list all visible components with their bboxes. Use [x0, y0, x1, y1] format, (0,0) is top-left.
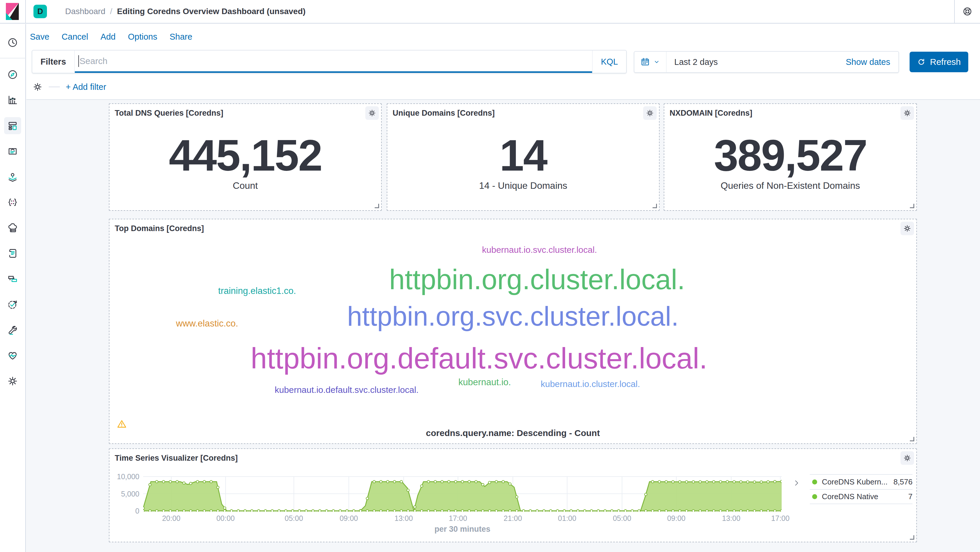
panel-unique-domains[interactable]: Unique Domains [Coredns] 14 14 - Unique …: [387, 103, 660, 211]
sidebar-item-management[interactable]: [4, 373, 21, 389]
query-bar: Filters KQL: [32, 50, 627, 73]
warning-triangle-icon[interactable]: [116, 419, 127, 429]
add-button[interactable]: Add: [100, 32, 116, 42]
sidebar-item-recently-viewed[interactable]: [4, 34, 21, 51]
life-ring-icon: [962, 6, 973, 17]
nav-divider: [26, 99, 980, 100]
area-chart: [143, 476, 782, 512]
calendar-icon: [640, 57, 650, 67]
tag-cloud-word[interactable]: httpbin.org.svc.cluster.local.: [347, 303, 679, 330]
x-axis-tick-label: 01:00: [558, 514, 577, 523]
sidebar-item-infrastructure[interactable]: [4, 219, 21, 236]
legend-label: CoreDNS Native: [822, 492, 878, 501]
refresh-button[interactable]: Refresh: [910, 52, 968, 72]
legend-label: CoreDNS Kubern...: [822, 477, 888, 487]
uptime-icon: [7, 298, 19, 310]
chevron-down-icon: [653, 58, 660, 65]
refresh-icon: [917, 57, 926, 66]
show-dates-button[interactable]: Show dates: [846, 57, 890, 67]
search-input[interactable]: [75, 51, 592, 71]
x-axis-tick-label: 09:00: [339, 514, 358, 523]
tag-cloud-word[interactable]: training.elastic1.co.: [218, 286, 296, 295]
x-axis-tick-label: 05:00: [285, 514, 303, 523]
metric-value: 389,527: [714, 133, 867, 177]
management-icon: [7, 375, 19, 387]
panel-top-domains[interactable]: Top Domains [Coredns] kubernaut.io.svc.c…: [109, 219, 917, 444]
tag-cloud-word[interactable]: httpbin.org.cluster.local.: [389, 265, 685, 294]
panel-nxdomain[interactable]: NXDOMAIN [Coredns] 389,527 Queries of No…: [664, 103, 917, 211]
tag-cloud-caption: coredns.query.name: Descending - Count: [110, 428, 916, 438]
breadcrumb-separator: /: [110, 7, 112, 16]
panel-resize-handle[interactable]: [910, 535, 914, 540]
cancel-button[interactable]: Cancel: [62, 32, 88, 42]
sidebar-item-uptime[interactable]: [4, 296, 21, 313]
x-axis-tick-label: 09:00: [667, 514, 686, 523]
tag-cloud-word[interactable]: www.elastic.co.: [176, 319, 238, 328]
panel-total-dns-queries[interactable]: Total DNS Queries [Coredns] 445,152 Coun…: [109, 103, 382, 211]
sidebar-item-discover[interactable]: [4, 66, 21, 83]
breadcrumb: Dashboard / Editing Coredns Overview Das…: [65, 7, 305, 16]
filters-button[interactable]: Filters: [32, 51, 75, 73]
kql-button[interactable]: KQL: [592, 51, 626, 73]
panel-resize-handle[interactable]: [910, 204, 914, 208]
help-button[interactable]: [955, 0, 980, 23]
dev-tools-icon: [7, 324, 19, 336]
metric-label: 14 - Unique Domains: [479, 180, 568, 191]
options-button[interactable]: Options: [128, 32, 157, 42]
save-button[interactable]: Save: [30, 32, 49, 42]
metric-value: 445,152: [169, 133, 321, 177]
kibana-logo-icon: [5, 3, 20, 20]
logs-icon: [7, 247, 19, 259]
panel-settings-button[interactable]: [900, 451, 914, 465]
add-filter-button[interactable]: + Add filter: [66, 82, 106, 92]
legend-collapse-button[interactable]: [792, 479, 801, 487]
share-button[interactable]: Share: [170, 32, 192, 42]
series-dot: [812, 494, 817, 499]
space-avatar[interactable]: D: [33, 5, 47, 18]
sidebar-item-logs[interactable]: [4, 245, 21, 262]
tag-cloud-word[interactable]: kubernaut.io.cluster.local.: [541, 380, 640, 388]
x-axis-label: per 30 minutes: [143, 525, 782, 534]
filter-options-gear-icon[interactable]: [32, 81, 43, 92]
sidebar-item-visualize[interactable]: [4, 92, 21, 108]
panel-resize-handle[interactable]: [375, 204, 379, 208]
tag-cloud-word[interactable]: kubernaut.io.default.svc.cluster.local.: [275, 386, 418, 394]
legend-item-coredns-native[interactable]: CoreDNS Native 7: [810, 489, 913, 504]
legend-item-coredns-kubernetes[interactable]: CoreDNS Kubern... 8,576: [810, 474, 913, 489]
x-axis-tick-label: 21:00: [504, 514, 522, 523]
sidebar-item-canvas[interactable]: [4, 143, 21, 160]
sidebar-divider: [0, 58, 25, 58]
y-axis-tick-label: 5,000: [121, 490, 139, 498]
maps-icon: [7, 171, 19, 183]
legend-value: 8,576: [893, 477, 913, 487]
metric-body: 445,152 Count: [110, 104, 381, 210]
tag-cloud-word[interactable]: kubernaut.io.svc.cluster.local.: [482, 246, 597, 254]
sidebar-nav: [0, 24, 26, 552]
sidebar-item-dashboard[interactable]: [4, 117, 21, 134]
x-axis-tick-label: 17:00: [771, 514, 789, 523]
metric-label: Queries of Non-Existent Domains: [721, 180, 860, 191]
time-range-value[interactable]: Last 2 days: [674, 57, 718, 67]
series-dot: [812, 479, 817, 485]
x-axis-tick-label: 13:00: [395, 514, 413, 523]
panel-resize-handle[interactable]: [910, 437, 914, 441]
kibana-logo[interactable]: [0, 0, 26, 23]
sidebar-item-apm[interactable]: [4, 270, 21, 287]
stack-monitoring-icon: [7, 350, 19, 361]
tag-cloud-word[interactable]: httpbin.org.default.svc.cluster.local.: [251, 343, 707, 373]
sidebar-item-dev-tools[interactable]: [4, 322, 21, 338]
panel-resize-handle[interactable]: [652, 204, 657, 208]
breadcrumb-dashboard-link[interactable]: Dashboard: [65, 7, 105, 16]
x-axis-tick-label: 20:00: [162, 514, 180, 523]
clock-icon: [7, 37, 19, 48]
sidebar-item-stack-monitoring[interactable]: [4, 347, 21, 364]
panel-time-series[interactable]: Time Series Visualizer [Coredns] 10,0005…: [109, 448, 917, 542]
sidebar-item-machine-learning[interactable]: [4, 194, 21, 211]
canvas-icon: [7, 145, 19, 157]
sidebar-item-maps[interactable]: [4, 168, 21, 185]
refresh-label: Refresh: [930, 57, 961, 67]
metric-body: 389,527 Queries of Non-Existent Domains: [664, 104, 916, 210]
tag-cloud-word[interactable]: kubernaut.io.: [458, 377, 511, 386]
date-quick-select-button[interactable]: [634, 52, 667, 72]
x-axis-tick-label: 00:00: [216, 514, 235, 523]
